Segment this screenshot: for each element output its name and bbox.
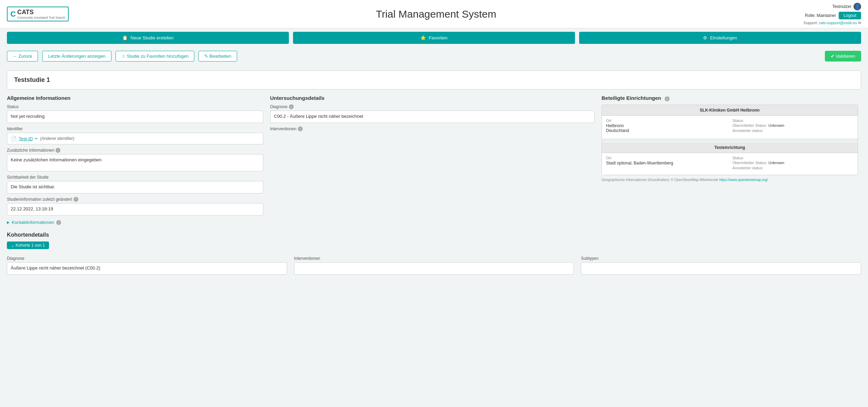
einstellungen-icon: ⚙: [703, 35, 707, 40]
logo-subtitle: Community Annotated Trial Search: [17, 16, 65, 19]
kohorten-title: Kohortendetails: [7, 232, 861, 238]
kohorten-subtypen-value: [581, 262, 861, 275]
chevron-right-icon: ▶: [7, 220, 10, 224]
kohorten-subtypen-label: Subtypen: [581, 256, 861, 261]
kohorte-badge[interactable]: ⌄ Kohorte 1 von 1: [7, 242, 49, 249]
three-col-layout: Allgemeine Informationen Status Not yet …: [7, 95, 861, 225]
status-value: Not yet recruiting: [7, 111, 263, 123]
sichtbarkeit-value: Die Studie ist sichtbar.: [7, 181, 263, 193]
geo-info: Geographische Informationen (Koordinaten…: [602, 178, 858, 182]
kontakt-label: Kontaktinformationen: [12, 220, 54, 225]
facility-table: SLK-Kliniken GmbH Heilbronn Ort Heilbron…: [602, 105, 858, 175]
support-email-link[interactable]: cats-support@molit.eu: [819, 21, 857, 25]
header: C CATS Community Annotated Trial Search …: [0, 0, 868, 28]
logo-c-icon: C: [10, 10, 16, 19]
facility2-annotierter-label: Annotierter status:: [732, 166, 763, 170]
facility2-body: Ort Stadt optional, Baden-Wuerttemberg S…: [602, 153, 858, 175]
interventionen-label: Interventionen i: [270, 126, 595, 131]
facility1-status-block: Übermittelter Status: Unknown Annotierte…: [732, 123, 853, 133]
identifier-other: (Anderer identifier): [40, 136, 74, 141]
support-row: Support: cats-support@molit.eu ✉: [803, 21, 861, 25]
nav-bar: 📋 Neue Studie erstellen ⭐ Favoriten ⚙ Ei…: [0, 28, 868, 47]
favoriten-icon: ⭐: [420, 35, 426, 40]
identifier-link[interactable]: Test-ID: [19, 136, 33, 141]
facility1-ort1: Heilbronn: [606, 123, 727, 128]
main-content: Teststudie 1 Allgemeine Informationen St…: [0, 65, 868, 280]
kohorten-section: Kohortendetails ⌄ Kohorte 1 von 1 Diagno…: [7, 232, 861, 275]
email-icon: ✉: [858, 21, 861, 25]
facility2-uebermittelter-label: Übermittelter Status:: [732, 161, 767, 165]
logo-text: CATS: [17, 9, 65, 16]
letztes-update-label: Studieninformation zuletzt geändert i: [7, 197, 263, 202]
kohorten-diagnose-col: Diagnose Äußere Lippe nicht näher bezeic…: [7, 253, 287, 275]
allgemeine-title: Allgemeine Informationen: [7, 95, 263, 101]
facility1-uebermittelter-value: Unknown: [769, 123, 784, 127]
einrichtungen-col: Beteiligte Einrichtungen i SLK-Kliniken …: [602, 95, 858, 225]
kohorten-subtypen-col: Subtypen: [581, 253, 861, 275]
facility1-annotierter-label: Annotierter status:: [732, 129, 763, 133]
letzte-aenderungen-button[interactable]: Letzte Änderungen anzeigen: [42, 51, 111, 61]
facility1-header: SLK-Kliniken GmbH Heilbronn: [602, 105, 858, 116]
facility2-ort-label: Ort: [606, 156, 727, 160]
edit-icon[interactable]: ✏: [35, 136, 38, 141]
app-title: Trial Management System: [69, 8, 803, 20]
facility2-status-label: Status: [732, 156, 853, 160]
facility2-ort1: Stadt optional, Baden-Wuerttemberg: [606, 161, 727, 165]
facility2-header: Testeinrichtung: [602, 142, 858, 153]
neue-studie-button[interactable]: 📋 Neue Studie erstellen: [7, 32, 289, 44]
kohorten-interventionen-col: Interventionen: [294, 253, 574, 275]
identifier-box: 📄 Test-ID ✏ (Anderer identifier): [7, 133, 263, 144]
einstellungen-button[interactable]: ⚙ Einstellungen: [579, 32, 861, 44]
einrichtungen-info-icon[interactable]: i: [665, 96, 670, 101]
favoriten-hinzufuegen-button[interactable]: ☆ Studie zu Favoriten hinzufügen: [116, 51, 195, 61]
document-icon: 📄: [11, 136, 17, 141]
kohorten-interventionen-label: Interventionen: [294, 256, 574, 261]
status-label: Status: [7, 104, 263, 109]
zusaetzliche-info-icon[interactable]: i: [56, 148, 60, 153]
zurueck-button[interactable]: ← Zurück: [7, 51, 38, 61]
zusaetzliche-value: Keine zusätzlichen Informationen eingege…: [7, 154, 263, 171]
facility1-uebermittelter-label: Übermittelter Status:: [732, 123, 767, 127]
action-bar: ← Zurück Letzte Änderungen anzeigen ☆ St…: [0, 47, 868, 65]
geo-link[interactable]: https://www.openstreetmap.org/: [719, 178, 768, 182]
untersuchung-title: Untersuchungsdetails: [270, 95, 595, 101]
diagnose-label: Diagnose i: [270, 104, 595, 109]
neue-studie-icon: 📋: [122, 35, 128, 40]
diagnose-info-icon[interactable]: i: [289, 104, 294, 109]
logo-area: C CATS Community Annotated Trial Search: [7, 7, 69, 21]
username-label: Testnutzer: [832, 4, 851, 9]
user-area: Testnutzer 👤 Rolle: Maintainer Logout Su…: [803, 3, 861, 25]
facility2-uebermittelter-value: Unknown: [769, 161, 784, 165]
bearbeiten-button[interactable]: ✎ Bearbeiten: [198, 51, 237, 61]
role-label: Rolle: Maintainer: [805, 13, 836, 18]
interventionen-info-icon[interactable]: i: [298, 126, 303, 131]
kohorten-interventionen-value: [294, 262, 574, 275]
kohorten-diagnose-value: Äußere Lippe nicht näher bezeichnet (C00…: [7, 262, 287, 275]
facility2-status-block: Übermittelter Status: Unknown Annotierte…: [732, 161, 853, 170]
kontakt-collapsible[interactable]: ▶ Kontaktinformationen i: [7, 220, 263, 225]
facility1-ort-label: Ort: [606, 119, 727, 123]
sichtbarkeit-label: Sichtbarkeit der Studie: [7, 175, 263, 180]
study-title-box: Teststudie 1: [7, 70, 861, 89]
diagnose-value: C00.2 - Äußere Lippe nicht näher bezeich…: [270, 111, 595, 123]
einrichtungen-title: Beteiligte Einrichtungen i: [602, 95, 858, 101]
user-icon: 👤: [854, 3, 861, 10]
facility1-ort2: Deutschland: [606, 128, 727, 133]
logout-button[interactable]: Logout: [839, 12, 861, 19]
identifier-label: Identifier: [7, 126, 263, 131]
kontakt-info-icon[interactable]: i: [56, 220, 61, 225]
letztes-update-value: 22.12.2022, 13:18:19: [7, 203, 263, 216]
allgemeine-col: Allgemeine Informationen Status Not yet …: [7, 95, 263, 225]
logo-box: C CATS Community Annotated Trial Search: [7, 7, 69, 21]
favoriten-button[interactable]: ⭐ Favoriten: [293, 32, 575, 44]
letztes-update-info-icon[interactable]: i: [74, 197, 78, 202]
kohorten-diagnose-label: Diagnose: [7, 256, 287, 261]
validieren-button[interactable]: ✔ Validieren: [825, 51, 861, 61]
facility1-body: Ort Heilbronn Deutschland Status Übermit…: [602, 116, 858, 138]
zusaetzliche-label: Zusätzliche Informationen i: [7, 148, 263, 153]
kohorten-grid: Diagnose Äußere Lippe nicht näher bezeic…: [7, 253, 861, 275]
facility1-status-label: Status: [732, 119, 853, 123]
untersuchung-col: Untersuchungsdetails Diagnose i C00.2 - …: [270, 95, 595, 225]
